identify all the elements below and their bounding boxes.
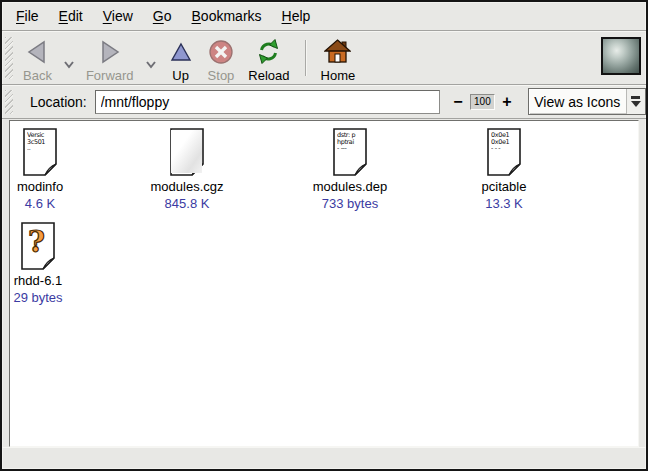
file-size: 13.3 K [439,196,569,211]
file-name[interactable]: pcitable [439,179,569,194]
home-icon [324,36,351,65]
back-icon [24,36,50,65]
view-mode-dropdown[interactable]: View as Icons [528,88,646,115]
toolbar-separator [305,40,306,76]
back-history-chevron-icon [59,55,79,73]
file-icon: dstr: phptrai- --- [332,128,368,176]
up-label: Up [172,68,189,83]
stop-label: Stop [208,68,235,83]
file-icon: Versic3c501.. [22,128,58,176]
up-button[interactable]: Up [161,34,201,83]
file-name[interactable]: modules.dep [285,179,415,194]
menu-item-bookmarks[interactable]: Bookmarks [184,4,270,28]
view-mode-label: View as Icons [529,94,626,110]
menu-item-help[interactable]: Help [274,4,319,28]
forward-icon [97,36,123,65]
location-input[interactable] [95,90,440,114]
file-icon: ? [20,222,56,270]
menu-item-file[interactable]: File [8,4,47,28]
reload-icon [255,36,282,65]
file-preview-text: dstr: phptrai- --- [337,132,361,153]
forward-button: Forward [79,34,141,83]
stop-button: Stop [201,34,242,83]
file-name[interactable]: modinfo [0,179,105,194]
forward-history-chevron-icon [141,55,161,73]
menu-item-view[interactable]: View [95,4,141,28]
file-icon [169,128,205,176]
file-item-modules.cgz[interactable]: modules.cgz 845.8 K [122,128,252,211]
location-bar-drag-handle[interactable] [5,90,13,114]
file-preview-text: Versic3c501.. [27,132,51,153]
location-label: Location: [30,94,87,110]
back-button: Back [16,34,59,83]
file-item-modinfo[interactable]: Versic3c501.. modinfo 4.6 K [0,128,105,211]
stop-icon [208,36,234,65]
file-name[interactable]: rhdd-6.1 [0,273,103,288]
file-icon: 0x0e10x0e1- - - [486,128,522,176]
file-size: 845.8 K [122,196,252,211]
home-label: Home [321,68,356,83]
menu-item-go[interactable]: Go [145,4,180,28]
toolbar-drag-handle[interactable] [5,37,13,79]
location-bar: Location: − 100 + View as Icons [2,85,646,119]
forward-label: Forward [86,68,134,83]
file-name[interactable]: modules.cgz [122,179,252,194]
menu-item-edit[interactable]: Edit [51,4,91,28]
menubar: FileEditViewGoBookmarksHelp [2,2,646,31]
file-size: 29 bytes [0,290,103,305]
file-view-pane: Versic3c501.. modinfo 4.6 K modules.cgz … [9,120,639,447]
up-icon [168,36,194,65]
statusbar [2,447,646,468]
zoom-out-button[interactable]: − [448,93,467,111]
file-item-pcitable[interactable]: 0x0e10x0e1- - - pcitable 13.3 K [439,128,569,211]
file-item-rhdd-6.1[interactable]: ? rhdd-6.1 29 bytes [0,222,103,305]
back-label: Back [23,68,52,83]
file-size: 4.6 K [0,196,105,211]
throbber-indicator [601,37,641,75]
page-sheen [171,130,202,173]
unknown-file-glyph: ? [20,225,53,259]
zoom-level-indicator[interactable]: 100 [470,94,496,110]
reload-label: Reload [248,68,289,83]
toolbar: Back Forward Up Stop [2,31,646,85]
file-item-modules.dep[interactable]: dstr: phptrai- --- modules.dep 733 bytes [285,128,415,211]
reload-button[interactable]: Reload [241,34,296,83]
home-button[interactable]: Home [314,34,363,83]
view-mode-combo-arrow-icon [626,89,645,114]
file-size: 733 bytes [285,196,415,211]
zoom-in-button[interactable]: + [497,93,516,111]
file-preview-text: 0x0e10x0e1- - - [491,132,515,153]
